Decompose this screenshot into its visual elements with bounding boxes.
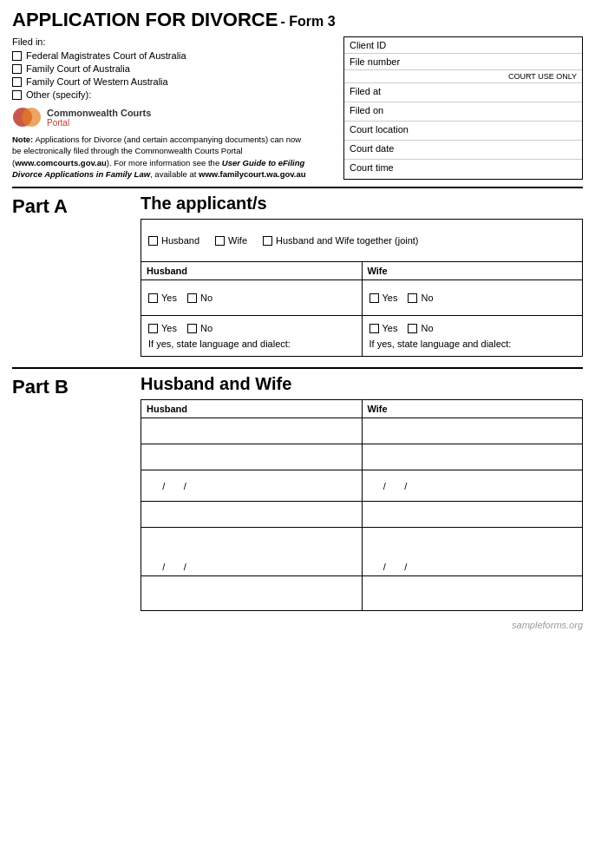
q2a-h-no-lbl: No — [200, 293, 212, 303]
partb-r3-h — [141, 418, 363, 444]
q2b-h-yes-lbl: Yes — [161, 323, 177, 333]
aus-h-slashes: / / — [147, 562, 186, 572]
q1-husband: Husband — [148, 235, 199, 246]
q2a-w-yes: Yes — [369, 293, 398, 303]
q2b-w-yes-lbl: Yes — [382, 323, 398, 333]
note-box: Note: Applications for Divorce (and cert… — [12, 134, 307, 180]
court-date-row: Court date — [344, 141, 582, 160]
cb-family-box[interactable] — [12, 64, 22, 74]
q2b-w-yes: Yes — [369, 323, 398, 333]
part-a-col: Part A — [12, 194, 141, 357]
form-number: - Form 3 — [280, 14, 335, 29]
partb-r3 — [141, 418, 583, 444]
cb-family: Family Court of Australia — [12, 63, 337, 74]
q2b-w-no-cb[interactable] — [408, 324, 417, 333]
q2b-h-yes-cb[interactable] — [148, 324, 158, 333]
partb-h-col: Husband — [141, 400, 363, 418]
top-left: Filed in: Federal Magistrates Court of A… — [12, 36, 337, 180]
part-a-title: The applicant/s — [141, 194, 583, 214]
partb-hdr: Husband Wife — [141, 400, 583, 418]
part-b: Part B Husband and Wife Husband Wife — [12, 374, 583, 611]
dob-h-slashes: / / — [147, 481, 186, 491]
q1-husband-label: Husband — [161, 235, 199, 246]
cb-familywa-box[interactable] — [12, 77, 22, 87]
q2a-w-yes-cb[interactable] — [369, 293, 379, 303]
partb-r6-w — [362, 502, 583, 528]
court-time-row: Court time — [344, 160, 582, 179]
cb-federal-text: Federal Magistrates Court of Australia — [26, 50, 186, 61]
portal-name: Commonwealth Courts — [47, 108, 151, 118]
q2a-wife-cell: Yes No — [362, 280, 583, 316]
part-b-content: Husband and Wife Husband Wife — [141, 374, 583, 611]
part-b-title: Husband and Wife — [141, 374, 583, 394]
partb-r8-h — [141, 576, 363, 611]
q1-row: Husband Wife Husband and Wife together (… — [141, 220, 583, 262]
partb-r4 — [141, 444, 583, 470]
partb-r7-h: / / — [141, 528, 363, 576]
partb-r4-h — [141, 444, 363, 470]
q2b-w-no: No — [408, 323, 433, 333]
partb-r7-w: / / — [362, 528, 583, 576]
file-number-row: File number — [344, 54, 582, 70]
cb-other-box[interactable] — [12, 90, 22, 100]
q2a-w-no-lbl: No — [421, 293, 433, 303]
q2a-wife-opts: Yes No — [369, 286, 576, 310]
q1-options: Husband Wife Husband and Wife together (… — [148, 225, 575, 256]
q2b-h-no-cb[interactable] — [187, 324, 197, 333]
cb-federal: Federal Magistrates Court of Australia — [12, 50, 337, 61]
q2b-wife-opts: Yes No — [369, 321, 576, 337]
dob-w-slashes: / / — [368, 481, 408, 491]
client-id-row: Client ID — [344, 37, 582, 54]
q2b-h-state: If yes, state language and dialect: — [148, 337, 355, 351]
portal-logo: Commonwealth Courts Portal — [12, 105, 337, 129]
q1-wife-label: Wife — [228, 235, 247, 246]
part-b-col: Part B — [12, 374, 141, 611]
partb-r7: / / / / — [141, 528, 583, 576]
partb-r3-w — [362, 418, 583, 444]
q1-joint-cb[interactable] — [263, 236, 272, 246]
q2b-content-row: Yes No If yes, state language and dialec… — [141, 316, 583, 357]
main-title: APPLICATION FOR DIVORCE - Form 3 — [12, 9, 583, 31]
q1-wife-cb[interactable] — [215, 236, 225, 246]
q2b-h-no-lbl: No — [200, 323, 212, 333]
q2b-w-yes-cb[interactable] — [369, 324, 379, 333]
q2a-h-yes-cb[interactable] — [148, 293, 158, 303]
q2a-h-yes: Yes — [148, 293, 177, 303]
svg-point-3 — [22, 108, 41, 127]
cb-other-text: Other (specify): — [26, 89, 91, 100]
partb-r8 — [141, 576, 583, 611]
q2b-husband-cell: Yes No If yes, state language and dialec… — [141, 316, 363, 357]
court-location-row: Court location — [344, 122, 582, 141]
partb-r5: / / / / — [141, 470, 583, 502]
cb-familywa: Family Court of Western Australia — [12, 76, 337, 87]
q2a-w-no: No — [408, 293, 433, 303]
q2a-w-no-cb[interactable] — [408, 293, 417, 303]
q1-husband-cb[interactable] — [148, 236, 158, 246]
footer-watermark: sampleforms.org — [12, 620, 583, 630]
q2a-h-no-cb[interactable] — [187, 293, 197, 303]
q1-joint: Husband and Wife together (joint) — [263, 235, 418, 246]
title-text: APPLICATION FOR DIVORCE — [12, 9, 278, 30]
portal-subname: Portal — [47, 118, 151, 128]
part-a: Part A The applicant/s Husband — [12, 194, 583, 357]
divider-a — [12, 187, 583, 188]
q2b-h-no: No — [187, 323, 212, 333]
filed-in: Filed in: — [12, 36, 337, 47]
filed-on-row: Filed on — [344, 102, 582, 122]
partb-r5-w: / / — [362, 470, 583, 502]
q1-wife: Wife — [215, 235, 247, 246]
partb-r6 — [141, 502, 583, 528]
q2a-content-row: Yes No Yes — [141, 280, 583, 316]
cb-federal-box[interactable] — [12, 51, 22, 61]
cb-family-text: Family Court of Australia — [26, 63, 130, 74]
part-b-table: Husband Wife / / — [141, 399, 583, 611]
aus-w-slashes: / / — [368, 562, 408, 572]
divider-b — [12, 367, 583, 369]
q2b-husband-opts: Yes No — [148, 321, 355, 337]
filed-at-row: Filed at — [344, 83, 582, 102]
partb-r4-w — [362, 444, 583, 470]
q1-cell: Husband Wife Husband and Wife together (… — [141, 220, 583, 262]
partb-w-col: Wife — [362, 400, 583, 418]
q2b-w-no-lbl: No — [421, 323, 433, 333]
right-panel: Client ID File number COURT USE ONLY Fil… — [343, 36, 583, 180]
